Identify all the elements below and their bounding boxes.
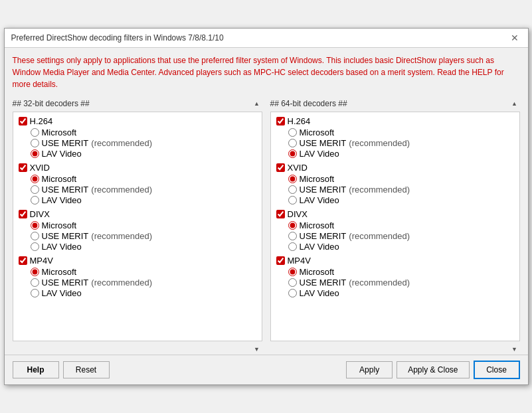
- left-codec-label-0[interactable]: H.264: [30, 116, 53, 126]
- left-radio-label-3-2[interactable]: LAV Video: [42, 288, 82, 298]
- left-codec-label-3[interactable]: MP4V: [30, 256, 53, 266]
- left-option-3-0: Microsoft: [19, 267, 256, 277]
- left-option-1-0: Microsoft: [19, 174, 256, 184]
- right-codec-checkbox-3[interactable]: [276, 256, 285, 265]
- title-bar-close-button[interactable]: ✕: [508, 33, 521, 43]
- right-column: ## 64-bit decoders ## ▲ H.264MicrosoftUS…: [270, 96, 520, 355]
- right-codec-label-1[interactable]: XVID: [288, 163, 308, 173]
- help-button[interactable]: Help: [13, 361, 59, 378]
- left-radio-2-0[interactable]: [31, 221, 39, 230]
- right-radio-2-0[interactable]: [288, 221, 297, 230]
- right-radio-1-0[interactable]: [288, 175, 297, 183]
- right-codec-label-2[interactable]: DIVX: [288, 209, 308, 219]
- left-codec-label-1[interactable]: XVID: [30, 163, 50, 173]
- left-radio-0-2[interactable]: [31, 149, 39, 158]
- right-codec-checkbox-2[interactable]: [276, 210, 285, 218]
- right-radio-label-3-2[interactable]: LAV Video: [300, 288, 339, 298]
- left-codec-checkbox-0[interactable]: [19, 117, 27, 125]
- right-radio-label-2-2[interactable]: LAV Video: [300, 242, 339, 252]
- right-radio-3-1[interactable]: [288, 278, 297, 287]
- left-radio-label-3-0[interactable]: Microsoft: [42, 267, 77, 277]
- right-radio-1-2[interactable]: [288, 196, 297, 205]
- left-codec-checkbox-2[interactable]: [19, 210, 27, 218]
- left-radio-label-0-2[interactable]: LAV Video: [42, 149, 82, 159]
- right-radio-label-1-2[interactable]: LAV Video: [300, 195, 339, 205]
- right-radio-3-2[interactable]: [288, 289, 297, 297]
- left-radio-1-0[interactable]: [31, 175, 39, 183]
- dialog: Preferred DirectShow decoding filters in…: [4, 28, 529, 385]
- left-radio-label-0-1[interactable]: USE MERIT: [42, 138, 89, 148]
- info-text: These settings only apply to application…: [5, 48, 528, 96]
- left-suffix-1-1: (recommended): [91, 185, 152, 195]
- right-scroll-panel[interactable]: H.264MicrosoftUSE MERIT (recommended)LAV…: [270, 112, 520, 341]
- right-radio-label-1-0[interactable]: Microsoft: [300, 174, 335, 184]
- left-radio-1-2[interactable]: [31, 196, 39, 205]
- right-radio-3-0[interactable]: [288, 268, 297, 276]
- left-radio-3-2[interactable]: [31, 289, 39, 297]
- left-scroll-up[interactable]: ▲: [252, 98, 262, 109]
- right-radio-label-0-2[interactable]: LAV Video: [300, 149, 339, 159]
- left-radio-1-1[interactable]: [31, 185, 39, 194]
- left-codec-divx: DIVXMicrosoftUSE MERIT (recommended)LAV …: [19, 209, 256, 252]
- left-radio-0-1[interactable]: [31, 139, 39, 147]
- right-option-1-2: LAV Video: [276, 195, 514, 205]
- left-radio-label-1-2[interactable]: LAV Video: [42, 195, 82, 205]
- apply-close-button[interactable]: Apply & Close: [397, 361, 469, 378]
- left-column-header: ## 32-bit decoders ## ▲: [13, 96, 262, 112]
- left-codec-label-2[interactable]: DIVX: [30, 209, 50, 219]
- left-scroll-down[interactable]: ▼: [252, 344, 262, 355]
- left-codec-checkbox-3[interactable]: [19, 256, 27, 265]
- left-radio-label-2-0[interactable]: Microsoft: [42, 220, 77, 230]
- right-radio-1-1[interactable]: [288, 185, 297, 194]
- right-radio-label-2-0[interactable]: Microsoft: [300, 220, 335, 230]
- right-codec-checkbox-0[interactable]: [276, 117, 285, 125]
- left-option-3-2: LAV Video: [19, 288, 256, 298]
- right-radio-label-3-0[interactable]: Microsoft: [300, 267, 335, 277]
- right-option-3-1: USE MERIT (recommended): [276, 278, 514, 288]
- reset-button[interactable]: Reset: [63, 361, 110, 378]
- right-scroll-down[interactable]: ▼: [509, 344, 520, 355]
- left-scroll-panel[interactable]: H.264MicrosoftUSE MERIT (recommended)LAV…: [13, 112, 262, 341]
- right-radio-label-0-1[interactable]: USE MERIT: [300, 138, 347, 148]
- left-radio-0-0[interactable]: [31, 128, 39, 137]
- right-suffix-3-1: (recommended): [349, 278, 410, 288]
- right-codec-checkbox-1[interactable]: [276, 163, 285, 172]
- left-radio-2-2[interactable]: [31, 242, 39, 251]
- left-option-3-1: USE MERIT (recommended): [19, 278, 256, 288]
- footer: Help Reset Apply Apply & Close Close: [5, 355, 528, 384]
- left-radio-label-2-1[interactable]: USE MERIT: [42, 231, 89, 241]
- left-codec-checkbox-1[interactable]: [19, 163, 27, 172]
- right-codec-label-0[interactable]: H.264: [288, 116, 311, 126]
- left-radio-3-1[interactable]: [31, 278, 39, 287]
- right-codec-label-3[interactable]: MP4V: [288, 256, 311, 266]
- right-radio-label-0-0[interactable]: Microsoft: [300, 127, 335, 137]
- right-option-1-0: Microsoft: [276, 174, 514, 184]
- right-option-3-0: Microsoft: [276, 267, 514, 277]
- right-radio-label-3-1[interactable]: USE MERIT: [300, 278, 347, 288]
- right-radio-label-2-1[interactable]: USE MERIT: [300, 231, 347, 241]
- left-radio-label-2-2[interactable]: LAV Video: [42, 242, 82, 252]
- right-radio-0-1[interactable]: [288, 139, 297, 147]
- right-radio-2-2[interactable]: [288, 242, 297, 251]
- left-option-1-2: LAV Video: [19, 195, 256, 205]
- apply-button[interactable]: Apply: [346, 361, 393, 378]
- left-option-2-0: Microsoft: [19, 220, 256, 230]
- right-scroll-up[interactable]: ▲: [509, 98, 520, 109]
- right-option-0-2: LAV Video: [276, 149, 514, 159]
- right-radio-0-2[interactable]: [288, 149, 297, 158]
- right-radio-2-1[interactable]: [288, 232, 297, 240]
- left-radio-2-1[interactable]: [31, 232, 39, 240]
- left-radio-3-0[interactable]: [31, 268, 39, 276]
- left-radio-label-1-0[interactable]: Microsoft: [42, 174, 77, 184]
- right-suffix-0-1: (recommended): [349, 138, 410, 148]
- left-radio-label-3-1[interactable]: USE MERIT: [42, 278, 89, 288]
- right-option-0-1: USE MERIT (recommended): [276, 138, 514, 148]
- left-option-2-2: LAV Video: [19, 242, 256, 252]
- right-codec-xvid: XVIDMicrosoftUSE MERIT (recommended)LAV …: [276, 163, 514, 205]
- left-radio-label-1-1[interactable]: USE MERIT: [42, 185, 89, 195]
- right-radio-label-1-1[interactable]: USE MERIT: [300, 185, 347, 195]
- right-radio-0-0[interactable]: [288, 128, 297, 137]
- left-codec-title-0: H.264: [19, 116, 256, 126]
- close-button[interactable]: Close: [474, 361, 520, 379]
- left-radio-label-0-0[interactable]: Microsoft: [42, 127, 77, 137]
